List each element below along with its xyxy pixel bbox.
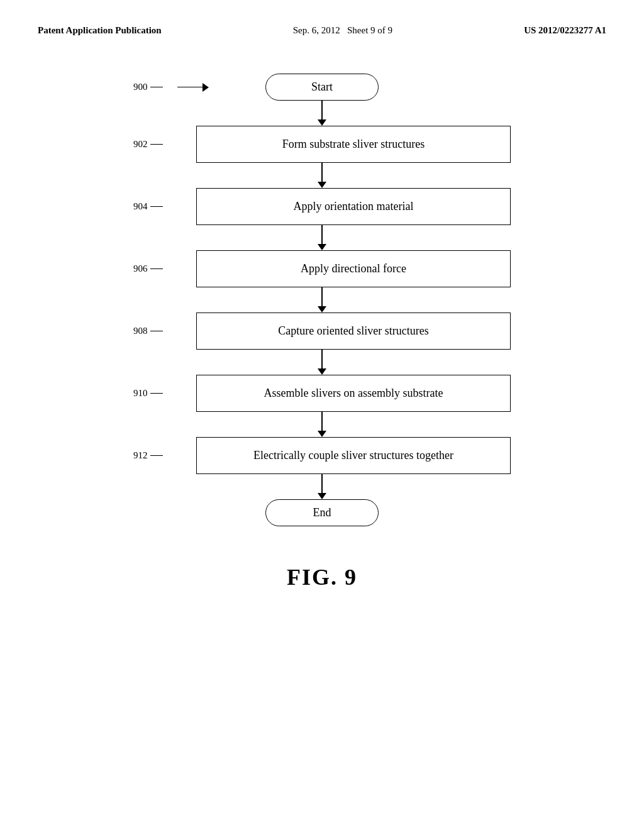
start-arrow: [177, 83, 209, 92]
sheet-label: Sheet 9 of 9: [347, 25, 392, 35]
diagram-area: 900 Start 902 Form substrate sliver stru…: [0, 48, 644, 603]
row-904: 904 Apply orientation material: [133, 188, 511, 225]
date-label: Sep. 6, 2012: [293, 25, 340, 35]
box-904: Apply orientation material: [196, 188, 511, 225]
patent-number: US 2012/0223277 A1: [524, 25, 606, 36]
box-906: Apply directional force: [196, 250, 511, 287]
box-910: Assemble slivers on assembly substrate: [196, 375, 511, 412]
row-906: 906 Apply directional force: [133, 250, 511, 287]
arrow-6: [133, 412, 511, 437]
ref-904: 904: [133, 201, 163, 212]
arrow-1: [133, 101, 511, 126]
start-row: 900 Start: [133, 74, 511, 101]
end-box: End: [265, 499, 379, 526]
end-row: End: [133, 499, 511, 526]
row-902: 902 Form substrate sliver structures: [133, 126, 511, 163]
row-912: 912 Electrically couple sliver structure…: [133, 437, 511, 474]
ref-900: 900: [133, 82, 163, 92]
page-header: Patent Application Publication Sep. 6, 2…: [0, 0, 644, 48]
arrow-2: [133, 163, 511, 188]
row-908: 908 Capture oriented sliver structures: [133, 313, 511, 350]
start-box: Start: [265, 74, 379, 101]
ref-908: 908: [133, 326, 163, 336]
ref-912: 912: [133, 450, 163, 461]
arrow-4: [133, 287, 511, 313]
box-908: Capture oriented sliver structures: [196, 313, 511, 350]
arrow-7: [133, 474, 511, 499]
arrow-5: [133, 350, 511, 375]
ref-906: 906: [133, 263, 163, 274]
box-902: Form substrate sliver structures: [196, 126, 511, 163]
box-912: Electrically couple sliver structures to…: [196, 437, 511, 474]
flowchart: 900 Start 902 Form substrate sliver stru…: [133, 74, 511, 526]
ref-902: 902: [133, 139, 163, 150]
row-910: 910 Assemble slivers on assembly substra…: [133, 375, 511, 412]
start-arrow-line: [177, 87, 203, 88]
publication-label: Patent Application Publication: [38, 25, 162, 36]
ref-910: 910: [133, 388, 163, 399]
date-and-sheet: Sep. 6, 2012 Sheet 9 of 9: [293, 25, 392, 36]
figure-caption: FIG. 9: [287, 564, 357, 590]
arrow-3: [133, 225, 511, 250]
start-arrow-head: [203, 83, 209, 92]
